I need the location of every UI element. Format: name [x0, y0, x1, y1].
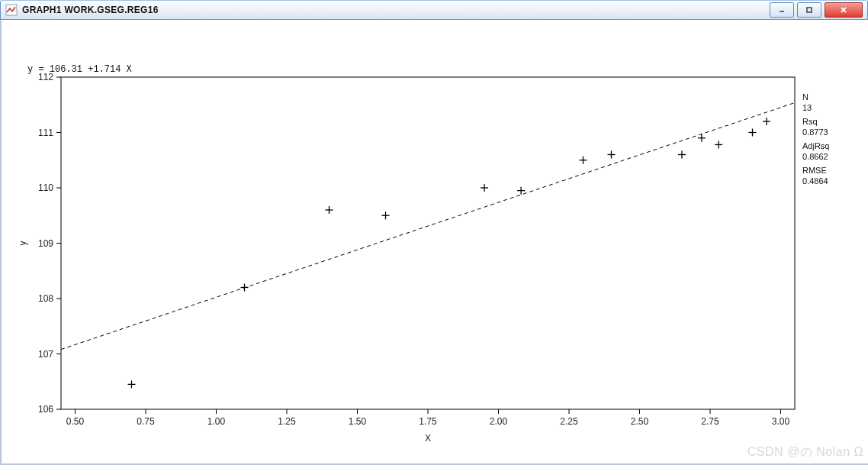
y-tick-label: 110 — [38, 182, 53, 193]
stat-text: AdjRsq — [802, 141, 829, 150]
data-point — [517, 187, 525, 195]
x-tick-label: 2.50 — [631, 416, 649, 427]
window-title: GRAPH1 WORK.GSEG.REG16 — [22, 5, 159, 15]
plot-frame — [61, 77, 795, 409]
svg-rect-2 — [807, 8, 812, 12]
stat-text: Rsq — [802, 117, 818, 126]
x-axis-title: X — [425, 433, 431, 444]
data-point — [241, 284, 249, 292]
x-tick-label: 0.75 — [137, 416, 155, 427]
x-tick-label: 1.50 — [349, 416, 367, 427]
close-button[interactable] — [825, 2, 863, 18]
stat-text: 0.8662 — [802, 152, 828, 161]
data-point — [326, 206, 333, 214]
minimize-button[interactable] — [770, 2, 794, 18]
titlebar[interactable]: GRAPH1 WORK.GSEG.REG16 — [0, 0, 868, 20]
y-tick-label: 108 — [38, 293, 53, 304]
window-controls — [770, 2, 863, 18]
data-point — [128, 380, 136, 388]
app-icon — [5, 4, 18, 16]
x-tick-label: 3.00 — [772, 416, 790, 427]
data-point — [749, 129, 757, 137]
y-tick-label: 111 — [38, 128, 53, 138]
data-point — [763, 118, 770, 125]
data-point — [382, 212, 390, 219]
data-point — [580, 157, 587, 164]
chart-canvas: y = 106.31 +1.714 X106107108109110111112… — [0, 20, 868, 465]
watermark-text: CSDN @の Nolan Ω — [747, 444, 863, 460]
data-point — [481, 184, 488, 192]
data-point — [715, 140, 722, 148]
x-tick-label: 2.75 — [701, 416, 719, 427]
stat-text: 13 — [802, 103, 812, 112]
stat-text: 0.8773 — [802, 128, 828, 137]
x-tick-label: 1.25 — [278, 416, 296, 427]
data-point — [698, 134, 706, 142]
y-axis-title: y — [18, 241, 28, 246]
x-tick-label: 1.75 — [419, 416, 437, 427]
maximize-button[interactable] — [797, 2, 821, 18]
app-window: GRAPH1 WORK.GSEG.REG16 y = 106.31 +1.714… — [0, 0, 868, 465]
x-tick-label: 2.25 — [560, 416, 578, 427]
data-point — [608, 151, 616, 159]
stat-text: 0.4864 — [802, 176, 828, 186]
data-point — [678, 151, 686, 159]
y-tick-label: 112 — [38, 72, 53, 82]
x-tick-label: 2.00 — [490, 416, 508, 427]
y-tick-label: 106 — [38, 404, 53, 415]
y-tick-label: 109 — [38, 238, 53, 249]
stat-text: RMSE — [802, 166, 827, 175]
stat-text: N — [802, 92, 809, 102]
x-tick-label: 1.00 — [207, 416, 226, 427]
regression-line — [61, 103, 795, 350]
y-tick-label: 107 — [38, 349, 53, 360]
scatter-chart: y = 106.31 +1.714 X106107108109110111112… — [2, 20, 868, 465]
x-tick-label: 0.50 — [66, 416, 85, 427]
